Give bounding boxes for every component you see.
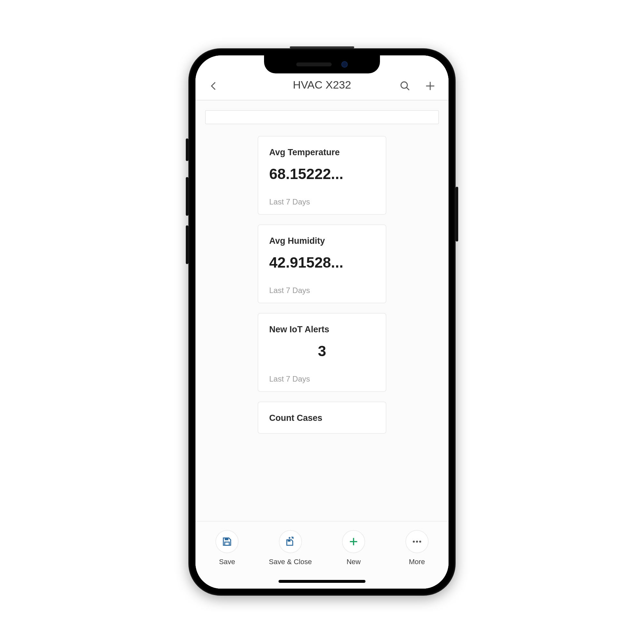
phone-frame: HVAC X232 Avg Temperature 68.15222... La… bbox=[188, 48, 456, 596]
chevron-left-icon bbox=[208, 81, 219, 91]
save-icon-circle bbox=[215, 530, 239, 553]
svg-line-1 bbox=[406, 87, 409, 90]
side-button bbox=[186, 177, 188, 216]
back-button[interactable] bbox=[208, 81, 219, 93]
search-button[interactable] bbox=[400, 81, 411, 93]
card-value: 68.15222... bbox=[269, 165, 375, 183]
svg-rect-4 bbox=[225, 538, 228, 540]
side-button bbox=[456, 187, 458, 241]
save-icon bbox=[222, 536, 232, 547]
more-label: More bbox=[409, 558, 425, 566]
save-close-icon bbox=[285, 536, 296, 547]
speaker bbox=[296, 62, 332, 66]
side-button bbox=[186, 225, 188, 264]
side-button bbox=[186, 138, 188, 161]
front-camera bbox=[341, 61, 348, 68]
add-button[interactable] bbox=[425, 81, 436, 93]
svg-point-0 bbox=[401, 82, 407, 88]
save-close-icon-circle bbox=[279, 530, 302, 553]
save-close-label: Save & Close bbox=[269, 558, 312, 566]
more-icon bbox=[412, 536, 422, 547]
search-icon bbox=[400, 81, 411, 91]
metric-card-new-iot-alerts[interactable]: New IoT Alerts 3 Last 7 Days bbox=[258, 313, 386, 392]
svg-rect-6 bbox=[288, 540, 290, 542]
new-button[interactable]: New bbox=[329, 530, 378, 566]
new-label: New bbox=[346, 558, 361, 566]
svg-point-9 bbox=[413, 541, 415, 543]
card-title: Avg Temperature bbox=[269, 147, 375, 157]
svg-point-11 bbox=[419, 541, 421, 543]
metric-card-count-cases[interactable]: Count Cases bbox=[258, 402, 386, 434]
save-label: Save bbox=[219, 558, 235, 566]
content-area[interactable]: Avg Temperature 68.15222... Last 7 Days … bbox=[195, 100, 449, 521]
card-value: 3 bbox=[269, 342, 375, 360]
more-button[interactable]: More bbox=[393, 530, 441, 566]
top-panel bbox=[205, 110, 439, 124]
metric-card-avg-temperature[interactable]: Avg Temperature 68.15222... Last 7 Days bbox=[258, 136, 386, 215]
svg-rect-5 bbox=[225, 542, 229, 545]
save-button[interactable]: Save bbox=[203, 530, 251, 566]
card-subtitle: Last 7 Days bbox=[269, 197, 375, 206]
plus-icon bbox=[348, 536, 359, 547]
bottom-toolbar: Save Save & Close bbox=[195, 521, 449, 589]
home-indicator[interactable] bbox=[279, 580, 365, 583]
save-and-close-button[interactable]: Save & Close bbox=[266, 530, 315, 566]
more-icon-circle bbox=[405, 530, 429, 553]
card-subtitle: Last 7 Days bbox=[269, 374, 375, 384]
card-value: 42.91528... bbox=[269, 254, 375, 271]
metric-card-avg-humidity[interactable]: Avg Humidity 42.91528... Last 7 Days bbox=[258, 224, 386, 303]
new-icon-circle bbox=[342, 530, 365, 553]
plus-icon bbox=[425, 81, 436, 91]
card-title: Count Cases bbox=[269, 413, 375, 423]
card-title: Avg Humidity bbox=[269, 236, 375, 246]
card-title: New IoT Alerts bbox=[269, 325, 375, 335]
svg-point-10 bbox=[416, 541, 418, 543]
phone-screen: HVAC X232 Avg Temperature 68.15222... La… bbox=[195, 55, 449, 589]
notch bbox=[264, 55, 380, 73]
card-subtitle: Last 7 Days bbox=[269, 286, 375, 295]
